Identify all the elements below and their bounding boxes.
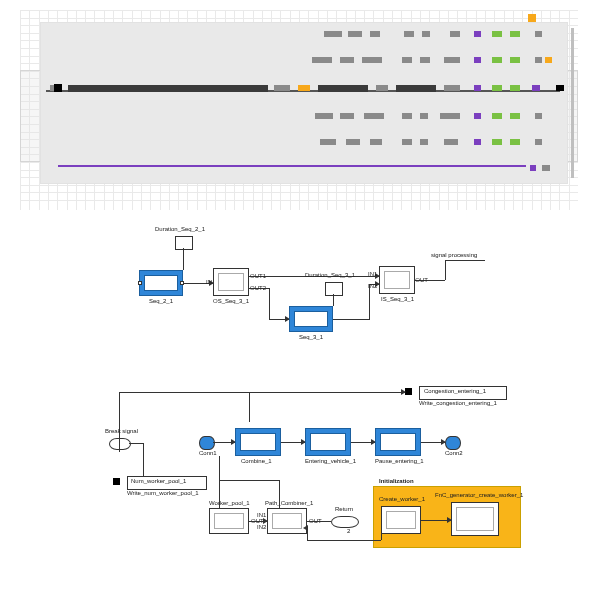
timeline-segment xyxy=(370,139,382,145)
timeline-segment xyxy=(320,139,336,145)
timeline-segment xyxy=(510,139,520,145)
block-path-combiner[interactable] xyxy=(267,508,307,534)
timeline-segment xyxy=(68,85,268,92)
timeline-segment xyxy=(362,57,382,63)
block-duration-seq-2-1[interactable] xyxy=(175,236,193,250)
timeline-segment xyxy=(510,31,520,37)
congestion-terminator-icon xyxy=(405,388,412,395)
label-worker-pool: Worker_pool_1 xyxy=(209,500,250,506)
timeline-segment xyxy=(450,31,460,37)
tag-congestion-entering[interactable]: Congestion_entering_1 xyxy=(419,386,507,400)
label-conn2: Conn2 xyxy=(445,450,463,456)
timeline-segment xyxy=(535,31,542,37)
timeline-segment xyxy=(510,85,520,91)
timeline-segment xyxy=(535,139,542,145)
diagram-middle: Seq_2_1 Duration_Seq_2_1 IN OUT1 OUT2 OS… xyxy=(109,230,489,360)
label-duration-seq-3-1: Duration_Seq_3_1 xyxy=(305,272,355,278)
timeline-segment xyxy=(444,139,458,145)
timeline-segment xyxy=(474,139,481,145)
label-signal-processing: signal processing xyxy=(431,252,477,258)
timeline-segment xyxy=(376,85,388,91)
timeline-segment xyxy=(298,85,310,91)
label-combine: Combine_1 xyxy=(241,458,272,464)
timeline-segment xyxy=(535,57,542,63)
label-entering: Entering_vehicle_1 xyxy=(305,458,356,464)
timeline-segment xyxy=(364,113,384,119)
timeline-segment xyxy=(474,113,481,119)
block-create-worker[interactable] xyxy=(381,506,421,534)
block-duration-seq-3-1[interactable] xyxy=(325,282,343,296)
timeline-segment xyxy=(535,113,542,119)
timeline-segment xyxy=(532,85,540,91)
timeline-segment xyxy=(340,57,354,63)
timeline-segment xyxy=(420,139,428,145)
label-write-num-worker: Write_num_worker_pool_1 xyxy=(127,490,199,496)
block-os-seq-3-1[interactable]: IN OUT1 OUT2 xyxy=(213,268,249,296)
timeline-segment xyxy=(474,31,481,37)
timeline-segment xyxy=(404,31,414,37)
timeline-segment xyxy=(348,31,362,37)
label-conn1: Conn1 xyxy=(199,450,217,456)
block-combine[interactable] xyxy=(235,428,281,456)
tag-num-worker-pool[interactable]: Num_worker_pool_1 xyxy=(127,476,207,490)
timeline-segment xyxy=(402,113,412,119)
timeline-segment xyxy=(492,85,502,91)
label-write-congestion: Write_congestion_entering_1 xyxy=(419,400,497,406)
timeline-marker-orange xyxy=(528,14,536,22)
label-break-signal: Break signal xyxy=(105,428,138,434)
timeline-segment xyxy=(474,85,481,91)
label-initialization: Initialization xyxy=(379,478,414,484)
timeline-segment xyxy=(556,85,564,91)
timeline-segment xyxy=(530,165,536,171)
block-break-signal[interactable] xyxy=(109,438,131,450)
timeline-segment xyxy=(340,113,354,119)
block-entering-vehicle[interactable] xyxy=(305,428,351,456)
label-is-seq-3-1: IS_Seq_3_1 xyxy=(381,296,414,302)
timeline-segment xyxy=(420,57,430,63)
timeline-segment xyxy=(440,113,460,119)
timeline-segment xyxy=(492,113,502,119)
label-seq-2-1: Seq_2_1 xyxy=(149,298,173,304)
timeline-segment xyxy=(324,31,342,37)
timeline-segment xyxy=(402,139,412,145)
block-fnc-generator[interactable] xyxy=(451,502,499,536)
label-pause: Pause_entering_1 xyxy=(375,458,424,464)
timeline-panel xyxy=(20,10,578,210)
label-seq-3-1: Seq_3_1 xyxy=(299,334,323,340)
timeline-grid xyxy=(20,10,578,210)
diagram-bottom: Congestion_entering_1 Write_congestion_e… xyxy=(59,380,539,570)
timeline-segment xyxy=(492,31,502,37)
label-create-worker: Create_worker_1 xyxy=(379,496,425,502)
timeline-segment xyxy=(422,31,430,37)
timeline-segment xyxy=(274,85,290,91)
block-pause-entering[interactable] xyxy=(375,428,421,456)
label-duration-seq-2-1: Duration_Seq_2_1 xyxy=(155,226,205,232)
timeline-segment xyxy=(346,139,360,145)
block-seq-2-1[interactable] xyxy=(139,270,183,296)
timeline-segment xyxy=(510,113,520,119)
num-worker-terminator-icon xyxy=(113,478,120,485)
timeline-segment xyxy=(474,57,481,63)
timeline-segment xyxy=(492,139,502,145)
block-is-seq-3-1[interactable]: IN1 IN2 OUT xyxy=(379,266,415,294)
timeline-segment xyxy=(420,113,428,119)
port-conn2[interactable] xyxy=(445,436,461,450)
timeline-segment xyxy=(545,57,552,63)
block-worker-pool[interactable] xyxy=(209,508,249,534)
timeline-segment xyxy=(370,31,380,37)
timeline-segment xyxy=(318,85,368,92)
timeline-segment xyxy=(542,165,550,171)
label-path-combiner: Path_Combiner_1 xyxy=(265,500,313,506)
port-conn1[interactable] xyxy=(199,436,215,450)
timeline-segment xyxy=(510,57,520,63)
timeline-segment xyxy=(492,57,502,63)
timeline-segment xyxy=(402,57,412,63)
timeline-segment xyxy=(444,57,460,63)
timeline-segment xyxy=(315,113,333,119)
block-return[interactable] xyxy=(331,516,359,528)
block-seq-3-1[interactable] xyxy=(289,306,333,332)
timeline-segment xyxy=(312,57,332,63)
timeline-segment xyxy=(444,85,460,91)
timeline-segment xyxy=(58,165,526,167)
label-fnc-generator: FnC_generator_create_worker_1 xyxy=(435,492,523,498)
